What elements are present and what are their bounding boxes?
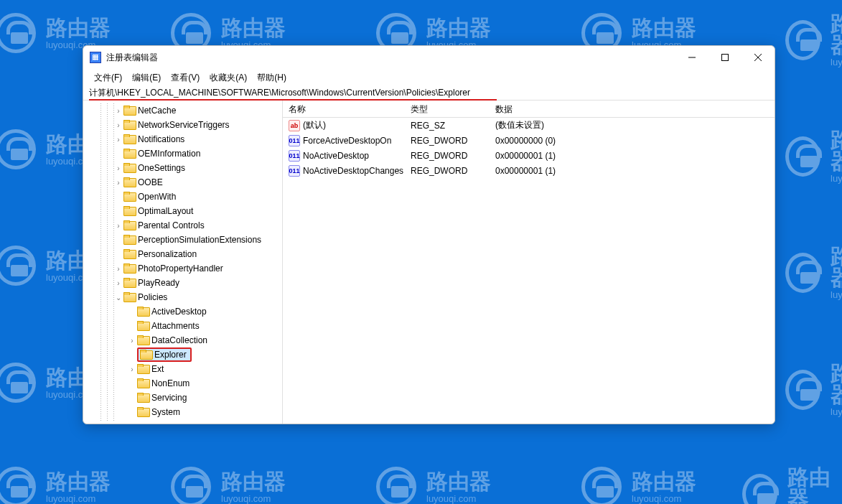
tree-label: Notifications	[138, 134, 184, 144]
titlebar: 注册表编辑器	[83, 46, 775, 69]
menu-view[interactable]: 查看(V)	[167, 70, 204, 85]
value-type: REG_SZ	[405, 121, 490, 131]
tree-item-ext[interactable]: ›Ext	[83, 362, 282, 376]
chevron-right-icon[interactable]: ›	[113, 107, 123, 115]
chevron-right-icon[interactable]: ›	[113, 121, 123, 129]
chevron-right-icon[interactable]: ›	[113, 179, 123, 187]
tree-label: Explorer	[154, 350, 187, 360]
tree-label: OptimalLayout	[138, 206, 193, 216]
regedit-icon	[90, 52, 101, 63]
folder-icon	[123, 164, 135, 173]
tree-label: System	[151, 407, 180, 417]
tree-item-optimallayout[interactable]: OptimalLayout	[83, 204, 282, 218]
svg-rect-1	[722, 55, 729, 61]
tree-item-networkservicetriggers[interactable]: ›NetworkServiceTriggers	[83, 118, 282, 132]
value-data: 0x00000001 (1)	[490, 166, 775, 176]
tree-label: PhotoPropertyHandler	[138, 263, 223, 274]
tree-item-oobe[interactable]: ›OOBE	[83, 175, 282, 190]
tree-label: OpenWith	[138, 192, 176, 202]
folder-icon	[140, 350, 151, 360]
tree-panel[interactable]: ›NetCache›NetworkServiceTriggers›Notific…	[83, 101, 283, 424]
address-text: 计算机\HKEY_LOCAL_MACHINE\SOFTWARE\Microsof…	[89, 87, 470, 99]
folder-icon	[137, 307, 149, 317]
folder-icon	[123, 121, 135, 130]
menu-file[interactable]: 文件(F)	[90, 70, 126, 85]
tree-item-nonenum[interactable]: NonEnum	[83, 376, 282, 391]
tree-item-parental-controls[interactable]: ›Parental Controls	[83, 218, 282, 233]
tree-item-attachments[interactable]: Attachments	[83, 319, 282, 333]
tree-item-netcache[interactable]: ›NetCache	[83, 103, 282, 118]
folder-icon	[137, 408, 149, 417]
tree-item-personalization[interactable]: Personalization	[83, 247, 282, 261]
tree-item-servicing[interactable]: Servicing	[83, 391, 282, 405]
col-header-data[interactable]: 数据	[490, 101, 775, 117]
tree-label: NetCache	[138, 106, 176, 116]
folder-icon	[137, 322, 149, 331]
value-row[interactable]: 011NoActiveDesktopREG_DWORD0x00000001 (1…	[283, 148, 775, 163]
col-header-name[interactable]: 名称	[283, 101, 405, 117]
chevron-right-icon[interactable]: ›	[127, 337, 137, 345]
col-header-type[interactable]: 类型	[405, 101, 490, 117]
value-data: (数值未设置)	[490, 119, 775, 131]
folder-icon	[123, 192, 135, 202]
chevron-right-icon[interactable]: ›	[113, 136, 123, 144]
tree-label: Policies	[138, 292, 167, 302]
folder-icon	[123, 250, 135, 259]
folder-icon	[123, 279, 135, 288]
address-bar[interactable]: 计算机\HKEY_LOCAL_MACHINE\SOFTWARE\Microsof…	[83, 86, 775, 101]
tree-label: Ext	[151, 364, 164, 374]
value-row[interactable]: 011ForceActiveDesktopOnREG_DWORD0x000000…	[283, 133, 775, 148]
folder-icon	[123, 178, 135, 187]
tree-item-openwith[interactable]: OpenWith	[83, 190, 282, 204]
tree-label: OneSettings	[138, 163, 185, 173]
folder-icon	[123, 221, 135, 230]
chevron-right-icon[interactable]: ›	[113, 164, 123, 172]
chevron-right-icon[interactable]: ›	[113, 279, 123, 287]
tree-item-explorer[interactable]: Explorer	[83, 347, 282, 362]
tree-label: Attachments	[151, 321, 200, 331]
tree-item-photopropertyhandler[interactable]: ›PhotoPropertyHandler	[83, 261, 282, 276]
values-header: 名称 类型 数据	[283, 101, 775, 118]
tree-item-activedesktop[interactable]: ActiveDesktop	[83, 304, 282, 319]
tree-label: PlayReady	[138, 278, 179, 288]
reg-dword-icon: 011	[289, 150, 300, 162]
value-row[interactable]: 011NoActiveDesktopChangesREG_DWORD0x0000…	[283, 163, 775, 178]
folder-icon	[123, 106, 135, 116]
close-button[interactable]	[742, 46, 775, 69]
tree-item-onesettings[interactable]: ›OneSettings	[83, 161, 282, 175]
chevron-down-icon[interactable]: ⌄	[113, 294, 123, 302]
chevron-right-icon[interactable]: ›	[113, 265, 123, 273]
tree-item-perceptionsimulationextensions[interactable]: PerceptionSimulationExtensions	[83, 233, 282, 247]
tree-item-playready[interactable]: ›PlayReady	[83, 276, 282, 290]
menu-help[interactable]: 帮助(H)	[253, 70, 291, 85]
reg-dword-icon: 011	[289, 135, 300, 146]
menu-favorites[interactable]: 收藏夹(A)	[205, 70, 251, 85]
content-area: ›NetCache›NetworkServiceTriggers›Notific…	[83, 101, 775, 424]
tree-label: Servicing	[151, 393, 187, 403]
value-name: ForceActiveDesktopOn	[303, 136, 391, 146]
tree-item-notifications[interactable]: ›Notifications	[83, 132, 282, 146]
reg-string-icon: ab	[289, 120, 300, 131]
minimize-button[interactable]	[675, 46, 708, 69]
tree-label: Parental Controls	[138, 220, 205, 230]
folder-icon	[137, 393, 149, 403]
value-name: NoActiveDesktopChanges	[303, 166, 403, 176]
value-row[interactable]: ab(默认)REG_SZ(数值未设置)	[283, 118, 775, 133]
folder-icon	[123, 293, 135, 302]
folder-icon	[123, 149, 135, 159]
folder-icon	[123, 264, 135, 274]
tree-item-policies[interactable]: ⌄Policies	[83, 290, 282, 304]
maximize-button[interactable]	[708, 46, 742, 69]
menu-edit[interactable]: 编辑(E)	[128, 70, 165, 85]
tree-label: DataCollection	[151, 335, 207, 345]
value-data: 0x00000000 (0)	[490, 136, 775, 146]
tree-item-datacollection[interactable]: ›DataCollection	[83, 333, 282, 347]
tree-label: ActiveDesktop	[151, 307, 207, 317]
menubar: 文件(F) 编辑(E) 查看(V) 收藏夹(A) 帮助(H)	[83, 69, 775, 86]
chevron-right-icon[interactable]: ›	[113, 222, 123, 230]
tree-item-oeminformation[interactable]: OEMInformation	[83, 146, 282, 161]
reg-dword-icon: 011	[289, 165, 300, 177]
chevron-right-icon[interactable]: ›	[127, 365, 137, 373]
tree-item-system[interactable]: System	[83, 405, 282, 419]
tree-label: OOBE	[138, 177, 163, 187]
